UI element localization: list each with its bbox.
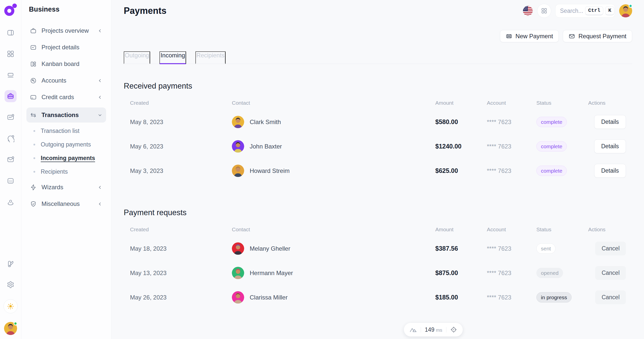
- rail-user-avatar[interactable]: [4, 322, 17, 335]
- cancel-button[interactable]: Cancel: [595, 242, 626, 255]
- latency-unit: ms: [436, 327, 442, 333]
- online-status-dot: [14, 322, 17, 325]
- contact-name: Melany Gheller: [250, 245, 290, 252]
- sidebar-item-label: Project details: [41, 44, 79, 51]
- row-account: **** 7623: [487, 119, 536, 126]
- theme-toggle-sun-icon[interactable]: [4, 299, 18, 313]
- table-row: May 26, 2023 Clarissa Miller $185.00 ***…: [130, 285, 632, 310]
- row-amount: $875.00: [435, 269, 487, 277]
- sidebar-item-label: Credit cards: [41, 94, 74, 101]
- divider: [446, 327, 446, 332]
- row-created: May 3, 2023: [130, 167, 232, 174]
- sidebar-subitem-outgoing-payments[interactable]: Outgoing payments: [26, 139, 106, 150]
- details-button[interactable]: Details: [594, 115, 626, 129]
- sidebar-subitem-recipients[interactable]: Recipients: [26, 166, 106, 177]
- mountains-icon: [409, 326, 417, 333]
- row-amount: $387.56: [435, 245, 487, 252]
- table-row: May 8, 2023 Clark Smith $580.00 **** 762…: [130, 110, 632, 134]
- cancel-button[interactable]: Cancel: [595, 290, 626, 304]
- cancel-button[interactable]: Cancel: [595, 266, 626, 280]
- bullet-dot: [33, 171, 35, 173]
- icon-rail: [0, 0, 21, 339]
- row-contact: Clarissa Miller: [232, 291, 435, 304]
- sidebar-menu: Projects overview Project details Kanban…: [26, 24, 106, 214]
- contact-avatar: [232, 165, 244, 177]
- calendar-icon[interactable]: [5, 175, 17, 187]
- inbox-tray-icon[interactable]: [5, 69, 17, 81]
- dev-status-pill: 149ms: [404, 323, 463, 336]
- sidebar-item-kanban-board[interactable]: Kanban board: [26, 58, 106, 70]
- table-row: May 18, 2023 Melany Gheller $387.56 ****…: [130, 236, 632, 261]
- tab-recipients[interactable]: Recipients: [195, 51, 226, 64]
- shield-check-icon: [30, 201, 37, 207]
- rail-bottom-group: [4, 258, 18, 335]
- sidebar-item-credit-cards[interactable]: Credit cards: [26, 91, 106, 103]
- latency-value: 149ms: [425, 326, 442, 333]
- sidebar-item-accounts[interactable]: Accounts: [26, 74, 106, 87]
- live-location-icon[interactable]: [5, 196, 17, 208]
- sidebar-item-label: Projects overview: [41, 27, 89, 34]
- tab-outgoing[interactable]: Outgoing: [124, 51, 150, 64]
- chat-icon[interactable]: [5, 132, 17, 144]
- row-status: sent: [536, 243, 588, 254]
- language-flag-us-icon[interactable]: [523, 6, 533, 16]
- sidebar-item-transactions[interactable]: Transactions: [26, 107, 106, 123]
- sidebar-item-label: Kanban board: [41, 60, 79, 67]
- divider: [421, 327, 421, 332]
- row-actions: Cancel: [588, 266, 632, 280]
- settings-gear-icon[interactable]: [5, 279, 17, 291]
- row-contact: Melany Gheller: [232, 242, 435, 255]
- design-kit-icon[interactable]: [5, 258, 17, 270]
- sidebar-item-wizards[interactable]: Wizards: [26, 181, 106, 194]
- chevron-left-icon: [97, 95, 103, 100]
- sidebar-subitem-label: Transaction list: [41, 128, 79, 134]
- sidebar-item-projects-overview[interactable]: Projects overview: [26, 24, 106, 37]
- bullet-dot: [33, 144, 35, 145]
- sidebar-subitem-incoming-payments[interactable]: Incoming payments: [26, 152, 106, 164]
- row-status: opened: [536, 268, 588, 278]
- request-payment-button[interactable]: Request Payment: [563, 30, 632, 42]
- tab-incoming[interactable]: Incoming: [159, 51, 186, 64]
- details-button[interactable]: Details: [594, 164, 626, 178]
- sidebar-item-label: Transactions: [41, 111, 79, 119]
- sidebar: Business Projects overview Project detai…: [21, 0, 111, 339]
- row-contact: Clark Smith: [232, 116, 435, 128]
- mail-icon[interactable]: [5, 154, 17, 166]
- locate-crosshair-icon[interactable]: [450, 326, 457, 333]
- logo-dot: [12, 4, 17, 8]
- page-actions: New Payment Request Payment: [124, 30, 632, 42]
- status-badge: complete: [536, 166, 567, 176]
- analytics-chart-icon[interactable]: [5, 111, 17, 123]
- user-avatar[interactable]: [619, 4, 632, 17]
- contact-name: Howard Streim: [250, 167, 290, 174]
- row-amount: $580.00: [435, 118, 487, 126]
- column-header: Created: [130, 100, 232, 106]
- sidebar-panel-icon[interactable]: [5, 27, 17, 39]
- column-header: Status: [536, 227, 588, 233]
- kbd-ctrl: Ctrl: [585, 6, 603, 15]
- status-badge: sent: [536, 243, 555, 254]
- payments-briefcase-icon[interactable]: [5, 90, 17, 102]
- page-title: Payments: [124, 6, 166, 16]
- row-account: **** 7623: [487, 294, 536, 301]
- section-title: Received payments: [124, 82, 632, 91]
- topbar: Payments: [124, 0, 632, 22]
- contact-avatar: [232, 140, 244, 153]
- apps-grid-icon[interactable]: [5, 48, 17, 60]
- row-actions: Details: [588, 139, 632, 153]
- status-badge: opened: [536, 268, 563, 278]
- row-amount: $625.00: [435, 167, 487, 174]
- new-payment-button[interactable]: New Payment: [500, 30, 559, 42]
- bullet-dot: [33, 130, 35, 132]
- details-button[interactable]: Details: [594, 139, 626, 153]
- sidebar-item-miscellaneous[interactable]: Miscellaneous: [26, 198, 106, 210]
- sidebar-subitem-transaction-list[interactable]: Transaction list: [26, 125, 106, 137]
- search-input[interactable]: [560, 8, 583, 14]
- sidebar-item-project-details[interactable]: Project details: [26, 41, 106, 54]
- apps-launcher-icon[interactable]: [537, 4, 551, 18]
- credit-card-icon: [30, 94, 37, 101]
- row-contact: Hermann Mayer: [232, 267, 435, 279]
- status-badge: in progress: [536, 292, 572, 303]
- row-actions: Details: [588, 164, 632, 178]
- app-logo[interactable]: [4, 4, 17, 17]
